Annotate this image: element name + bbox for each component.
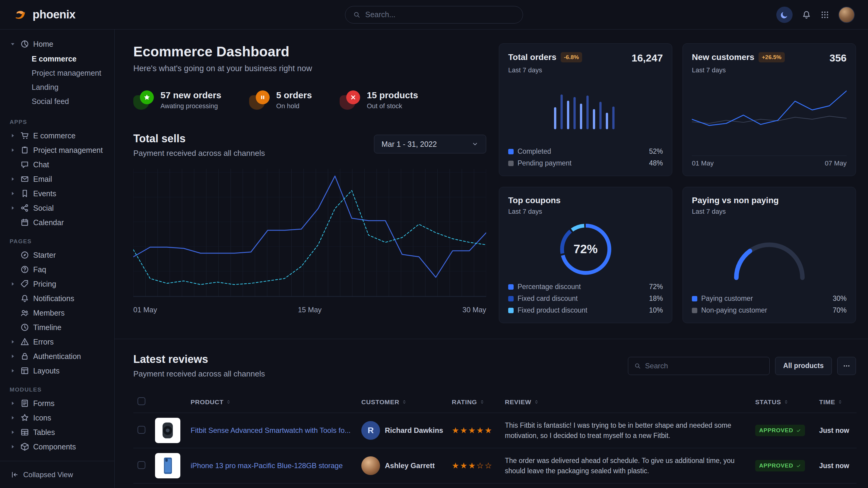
sidebar-item-forms[interactable]: Forms [0,396,114,411]
sidebar-item-home[interactable]: Home [0,37,114,51]
column-header-time[interactable]: TIME [815,391,857,413]
column-header-review[interactable]: REVIEW [501,391,751,413]
legend-swatch [508,284,514,290]
table-icon [20,428,29,437]
sidebar-item-social-feed[interactable]: Social feed [0,94,114,108]
global-search-input[interactable] [365,10,515,19]
calendar-icon [20,218,29,227]
card-title: New customers [692,53,754,62]
row-checkbox[interactable] [137,461,145,469]
sidebar-item-e-commerce[interactable]: E commerce [0,52,114,66]
sidebar-section-title: MODULES [0,386,114,393]
sidebar-item-landing[interactable]: Landing [0,80,114,94]
pie-icon [20,39,29,48]
sidebar-item-pricing[interactable]: Pricing [0,277,114,291]
sidebar-item-errors[interactable]: Errors [0,334,114,349]
total-sells-subtitle: Payment received across all channels [133,149,265,158]
reviews-search-input[interactable] [645,362,763,370]
rating-stars: ★★★★★ [452,426,493,435]
sidebar-item-authentication[interactable]: Authentication [0,349,114,363]
product-link[interactable]: iPhone 13 pro max-Pacific Blue-128GB sto… [191,461,353,470]
sidebar-item-social[interactable]: Social [0,201,114,215]
all-products-button[interactable]: All products [775,357,832,375]
row-checkbox[interactable] [137,426,145,434]
date-range-select[interactable]: Mar 1 - 31, 2022 [374,135,486,154]
reviews-table-body: Fitbit Sense Advanced Smartwatch with To… [133,413,857,488]
legend-label: Completed [518,148,645,156]
select-all-checkbox[interactable] [137,397,145,405]
user-avatar[interactable] [838,7,855,23]
theme-toggle-button[interactable] [776,7,793,23]
column-header-customer[interactable]: CUSTOMER [357,391,447,413]
sort-icon [783,399,789,404]
card-period: Last 7 days [508,208,663,216]
caret-right-icon [9,367,16,375]
sidebar-item-email[interactable]: Email [0,172,114,186]
collapse-view-button[interactable]: Collapsed View [0,461,114,488]
question-icon [20,265,29,274]
paying-gauge-chart [724,229,815,281]
reviews-search[interactable] [628,357,770,375]
sidebar-item-members[interactable]: Members [0,306,114,320]
sidebar-item-calendar[interactable]: Calendar [0,215,114,230]
bell-icon [802,10,811,20]
sidebar-item-layouts[interactable]: Layouts [0,363,114,378]
sidebar-item-tables[interactable]: Tables [0,425,114,440]
more-options-button[interactable] [837,357,856,375]
sidebar-item-icons[interactable]: Icons [0,411,114,425]
reviews-title: Latest reviews [133,353,265,366]
x-label: 01 May [133,306,157,314]
clipboard-icon [20,145,29,155]
brand-logo[interactable]: phoenix [13,7,75,22]
brand-name: phoenix [33,8,75,21]
moon-icon [780,10,789,19]
x-label: 30 May [462,306,486,314]
search-icon [353,11,361,19]
paying-vs-non-paying-card: Paying vs non paying Last 7 days Paying … [683,187,856,323]
product-link[interactable]: Fitbit Sense Advanced Smartwatch with To… [191,426,353,435]
sort-icon [226,399,231,404]
notifications-button[interactable] [802,10,811,20]
app-root: phoenix HomeE commerceProject management… [0,0,868,488]
column-header-rating[interactable]: RATING [447,391,501,413]
sidebar-item-chat[interactable]: Chat [0,157,114,172]
legend-label: Non-paying customer [701,306,829,314]
caret-right-icon [9,190,16,197]
date-range-value: Mar 1 - 31, 2022 [381,140,437,149]
sidebar-item-components[interactable]: Components [0,440,114,454]
column-header-status[interactable]: STATUS [751,391,815,413]
sidebar-item-notifications[interactable]: Notifications [0,291,114,306]
column-header-product[interactable]: PRODUCT [186,391,357,413]
legend-label: Paying customer [701,294,829,303]
product-thumbnail[interactable] [155,453,180,478]
sidebar-item-events[interactable]: Events [0,186,114,201]
sidebar-item-starter[interactable]: Starter [0,248,114,262]
star-icon [143,94,151,101]
page-subtitle: Here's what's going on at your business … [133,64,486,73]
sidebar-item-project-management[interactable]: Project management [0,143,114,157]
legend-value: 18% [649,294,663,303]
sidebar-item-e-commerce[interactable]: E commerce [0,128,114,143]
status-badge: APPROVED [755,425,805,436]
sidebar-item-timeline[interactable]: Timeline [0,320,114,334]
layout-icon [20,366,29,375]
bell-icon [20,294,29,303]
moon-icon [780,10,789,19]
total-orders-chart [553,90,618,132]
ellipsis-icon [843,362,850,370]
sidebar-item-faq[interactable]: Faq [0,262,114,277]
legend-row: Percentage discount72% [508,283,663,291]
grid-icon [820,10,829,19]
apps-grid-button[interactable] [820,10,829,19]
topbar-search[interactable] [345,6,523,24]
phone-image [158,456,177,475]
topbar: phoenix [0,0,868,30]
legend-swatch [508,296,514,301]
caret-right-icon [9,443,16,450]
sidebar-item-project-management[interactable]: Project management [0,66,114,80]
review-time: Just now [819,462,849,469]
collapse-view-label: Collapsed View [23,470,73,479]
legend-row: Paying customer30% [692,294,846,303]
product-thumbnail[interactable] [155,418,180,443]
legend-value: 72% [649,283,663,291]
